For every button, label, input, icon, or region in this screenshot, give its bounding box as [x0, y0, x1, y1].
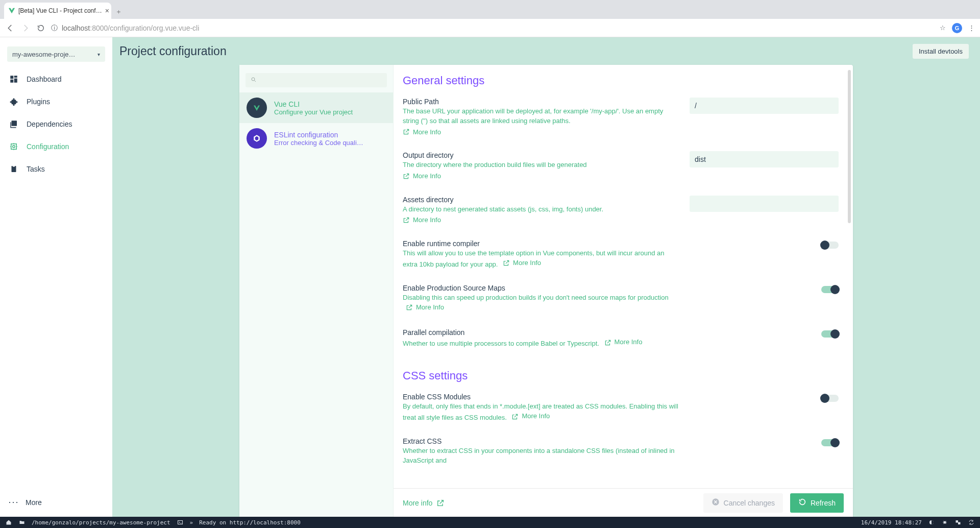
- sidebar-item-label: Plugins: [27, 98, 50, 106]
- setting-extract-css: Extract CSS Whether to extract CSS in yo…: [403, 437, 843, 466]
- terminal-icon[interactable]: [177, 519, 184, 526]
- forward-icon[interactable]: [20, 23, 31, 33]
- setting-desc: By default, only files that ends in *.mo…: [403, 402, 679, 423]
- config-list: Vue CLI Configure your Vue project ESLin…: [239, 65, 394, 517]
- eslint-icon: [247, 128, 267, 149]
- setting-desc: Whether to use multiple processors to co…: [403, 338, 679, 349]
- vue-favicon-icon: [8, 7, 15, 14]
- profile-avatar[interactable]: G: [952, 23, 962, 33]
- toggle-parallel-compilation[interactable]: [821, 330, 839, 338]
- taskbar-path[interactable]: /home/gonzalo/projects/my-awesome-projec…: [32, 519, 170, 526]
- more-info-link[interactable]: More Info: [403, 172, 441, 180]
- config-item-vue-cli[interactable]: Vue CLI Configure your Vue project: [239, 92, 393, 123]
- sidebar-item-plugins[interactable]: Plugins: [0, 90, 112, 113]
- setting-desc: The directory where the production build…: [403, 160, 679, 170]
- svg-rect-1: [10, 76, 13, 79]
- sidebar-item-tasks[interactable]: Tasks: [0, 158, 112, 180]
- folder-icon[interactable]: [18, 519, 26, 526]
- config-card: Vue CLI Configure your Vue project ESLin…: [239, 65, 853, 517]
- cancel-changes-button[interactable]: Cancel changes: [703, 493, 783, 513]
- config-item-title: Vue CLI: [274, 100, 353, 108]
- svg-point-7: [13, 146, 15, 148]
- setting-assets-directory: Assets directory A directory to nest gen…: [403, 196, 843, 225]
- setting-desc: Whether to extract CSS in your component…: [403, 446, 679, 466]
- svg-rect-15: [178, 521, 182, 524]
- new-tab-button[interactable]: ＋: [111, 5, 126, 19]
- footer-more-info-link[interactable]: More info: [403, 499, 445, 507]
- bug-icon[interactable]: [941, 519, 948, 526]
- sidebar-more[interactable]: ··· More: [0, 497, 112, 517]
- taskbar-term-prefix: »: [190, 519, 193, 526]
- sidebar: my-awesome-proje… ▾ Dashboard Plugins: [0, 37, 112, 517]
- svg-rect-9: [13, 165, 15, 167]
- config-item-desc: Error checking & Code quali…: [274, 139, 363, 147]
- dashboard-icon: [9, 75, 18, 84]
- reload-icon[interactable]: [36, 23, 46, 33]
- clipboard-icon: [9, 164, 18, 174]
- translate-icon[interactable]: [954, 519, 962, 526]
- settings-scroll[interactable]: General settings Public Path The base UR…: [394, 65, 853, 488]
- toggle-production-sourcemaps[interactable]: [821, 286, 839, 293]
- install-devtools-button[interactable]: Install devtools: [913, 44, 969, 59]
- setting-production-sourcemaps: Enable Production Source Maps Disabling …: [403, 284, 843, 314]
- puzzle-icon: [9, 97, 18, 106]
- svg-marker-0: [9, 8, 15, 14]
- config-item-eslint[interactable]: ESLint configuration Error checking & Co…: [239, 123, 393, 154]
- setting-desc: This will allow you to use the template …: [403, 249, 679, 270]
- more-info-link[interactable]: More Info: [503, 258, 541, 268]
- vue-cli-icon: [247, 98, 267, 118]
- setting-parallel-compilation: Parallel compilation Whether to use mult…: [403, 328, 843, 349]
- setting-label: Parallel compilation: [403, 328, 679, 337]
- sidebar-item-label: Tasks: [27, 165, 45, 173]
- sidebar-item-configuration[interactable]: Configuration: [0, 135, 112, 158]
- input-public-path[interactable]: [690, 98, 839, 114]
- svg-marker-11: [254, 106, 260, 111]
- kebab-menu-icon[interactable]: ⋮: [968, 24, 975, 32]
- site-info-icon[interactable]: ⓘ: [51, 23, 58, 33]
- browser-tab[interactable]: [Beta] Vue CLI - Project conf… ×: [4, 3, 111, 19]
- setting-desc: The base URL your application will be de…: [403, 107, 679, 126]
- refresh-button[interactable]: Refresh: [790, 493, 844, 513]
- content: Vue CLI Configure your Vue project ESLin…: [112, 65, 980, 517]
- topbar: Project configuration Install devtools: [112, 37, 980, 65]
- setting-label: Enable runtime compiler: [403, 239, 679, 248]
- toggle-runtime-compiler[interactable]: [821, 242, 839, 249]
- svg-rect-6: [11, 144, 17, 150]
- sidebar-item-dashboard[interactable]: Dashboard: [0, 68, 112, 90]
- input-assets-directory[interactable]: [690, 196, 839, 212]
- star-icon[interactable]: ☆: [940, 24, 946, 32]
- sidebar-nav: Dashboard Plugins Dependencies Configura…: [0, 68, 112, 180]
- home-icon[interactable]: [5, 519, 12, 526]
- config-search[interactable]: [246, 73, 387, 87]
- toggle-extract-css[interactable]: [821, 439, 839, 446]
- settings-alt-icon: [9, 142, 18, 151]
- svg-rect-19: [958, 522, 961, 525]
- sidebar-item-label: Configuration: [27, 142, 69, 151]
- toggle-css-modules[interactable]: [821, 395, 839, 402]
- more-info-link[interactable]: More Info: [403, 128, 441, 136]
- sidebar-item-dependencies[interactable]: Dependencies: [0, 113, 112, 135]
- address-bar[interactable]: ⓘ localhost:8000/configuration/org.vue.v…: [51, 23, 935, 33]
- setting-label: Output directory: [403, 151, 679, 159]
- taskbar-datetime: 16/4/2019 18:48:27: [861, 519, 922, 526]
- more-info-link[interactable]: More Info: [406, 303, 444, 313]
- sidebar-more-label: More: [26, 498, 42, 507]
- scrollbar[interactable]: [848, 70, 851, 223]
- browser-tabstrip: [Beta] Vue CLI - Project conf… × ＋: [0, 0, 980, 19]
- more-info-link[interactable]: More Info: [511, 412, 550, 421]
- input-output-directory[interactable]: [690, 151, 839, 167]
- svg-point-10: [252, 78, 255, 81]
- setting-label: Public Path: [403, 98, 679, 106]
- taskbar-terminal-text: Ready on http://localhost:8000: [199, 519, 301, 526]
- svg-rect-5: [12, 121, 17, 126]
- setting-label: Enable CSS Modules: [403, 393, 679, 401]
- contrast-icon[interactable]: [928, 519, 935, 526]
- setting-runtime-compiler: Enable runtime compiler This will allow …: [403, 239, 843, 270]
- sync-icon[interactable]: [968, 519, 975, 526]
- close-icon[interactable]: ×: [105, 7, 109, 15]
- back-icon[interactable]: [5, 23, 15, 33]
- more-info-link[interactable]: More Info: [604, 338, 643, 347]
- project-selector[interactable]: my-awesome-proje… ▾: [7, 46, 105, 62]
- more-info-link[interactable]: More Info: [403, 216, 441, 224]
- config-search-input[interactable]: [261, 77, 382, 84]
